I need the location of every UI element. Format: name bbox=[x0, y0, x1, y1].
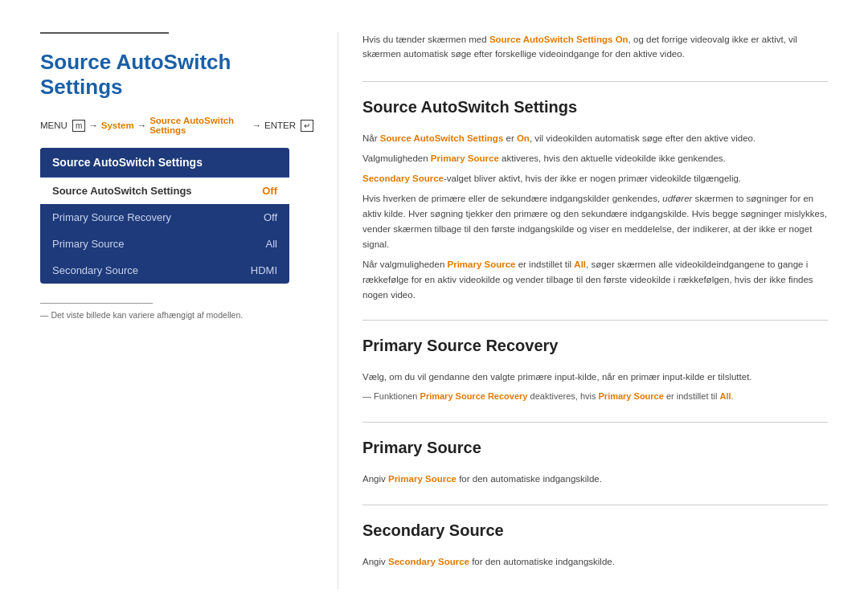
menu-label: MENU bbox=[40, 121, 68, 130]
section-autoswitch-p5: Når valgmuligheden Primary Source er ind… bbox=[362, 257, 828, 303]
footnote: — Det viste billede kan variere afhængig… bbox=[40, 310, 313, 320]
section-primary-title: Primary Source bbox=[362, 439, 828, 462]
section-recovery-title: Primary Source Recovery bbox=[362, 337, 828, 360]
section-autoswitch-p3: Secondary Source-valget bliver aktivt, h… bbox=[362, 171, 828, 186]
menu-item-label: Primary Source bbox=[52, 238, 125, 250]
menu-item-value: Off bbox=[264, 211, 277, 223]
enter-icon: ↵ bbox=[301, 120, 313, 132]
intro-highlight: Source AutoSwitch Settings On bbox=[489, 35, 628, 44]
menu-item-label: Secondary Source bbox=[52, 264, 138, 276]
section-autoswitch: Source AutoSwitch Settings Når Source Au… bbox=[362, 81, 828, 303]
section-primary-p1: Angiv Primary Source for den automatiske… bbox=[362, 472, 828, 487]
left-panel: Source AutoSwitch Settings MENU m → Syst… bbox=[40, 32, 338, 589]
footnote-divider bbox=[40, 303, 153, 304]
section-secondary: Secondary Source Angiv Secondary Source … bbox=[362, 505, 828, 570]
page-title: Source AutoSwitch Settings bbox=[40, 50, 313, 100]
menu-icon: m bbox=[72, 120, 85, 132]
section-autoswitch-title: Source AutoSwitch Settings bbox=[362, 98, 828, 121]
footnote-text: Det viste billede kan variere afhængigt … bbox=[51, 310, 243, 320]
section-primary: Primary Source Angiv Primary Source for … bbox=[362, 422, 828, 487]
menu-item-label: Source AutoSwitch Settings bbox=[52, 185, 192, 197]
section-recovery-p1: Vælg, om du vil gendanne den valgte prim… bbox=[362, 370, 828, 385]
section-recovery-note: — Funktionen Primary Source Recovery dea… bbox=[362, 390, 828, 404]
right-panel: Hvis du tænder skærmen med Source AutoSw… bbox=[338, 32, 828, 589]
menu-item-value: All bbox=[266, 238, 277, 250]
top-divider bbox=[40, 32, 169, 34]
menu-item-primary[interactable]: Primary Source All bbox=[40, 231, 289, 257]
section-secondary-p1: Angiv Secondary Source for den automatis… bbox=[362, 554, 828, 570]
footnote-dash: — bbox=[40, 310, 51, 320]
menu-breadcrumb: MENU m → System → Source AutoSwitch Sett… bbox=[40, 116, 313, 135]
menu-item-recovery[interactable]: Primary Source Recovery Off bbox=[40, 204, 289, 231]
menu-item-value: HDMI bbox=[251, 264, 277, 276]
menu-box: Source AutoSwitch Settings Source AutoSw… bbox=[40, 148, 289, 284]
section-secondary-title: Secondary Source bbox=[362, 521, 828, 545]
section-autoswitch-p1: Når Source AutoSwitch Settings er On, vi… bbox=[362, 131, 828, 146]
settings-link: Source AutoSwitch Settings bbox=[149, 116, 248, 135]
system-link: System bbox=[101, 121, 134, 130]
menu-box-header: Source AutoSwitch Settings bbox=[40, 148, 289, 178]
menu-item-secondary[interactable]: Secondary Source HDMI bbox=[40, 257, 289, 284]
section-recovery: Primary Source Recovery Vælg, om du vil … bbox=[362, 320, 828, 404]
enter-label: ENTER bbox=[264, 121, 296, 130]
menu-item-label: Primary Source Recovery bbox=[52, 211, 171, 223]
section-autoswitch-p2: Valgmuligheden Primary Source aktiveres,… bbox=[362, 151, 828, 166]
section-autoswitch-p4: Hvis hverken de primære eller de sekundæ… bbox=[362, 191, 828, 252]
menu-item-value: Off bbox=[262, 185, 277, 197]
menu-item-autoswitch[interactable]: Source AutoSwitch Settings Off bbox=[40, 178, 289, 204]
intro-text: Hvis du tænder skærmen med Source AutoSw… bbox=[362, 32, 828, 62]
